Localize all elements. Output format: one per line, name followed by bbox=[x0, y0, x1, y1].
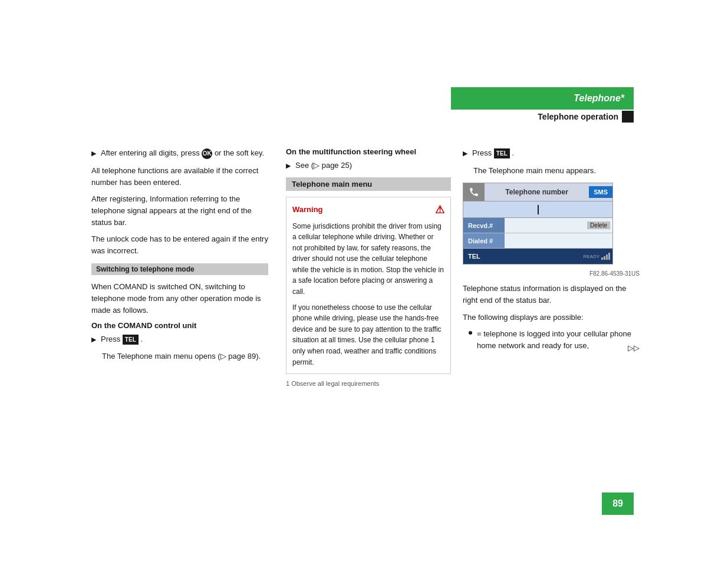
para-unlock-code: The unlock code has to be entered again … bbox=[91, 233, 268, 257]
section-header-switching: Switching to telephone mode bbox=[91, 263, 268, 275]
bullet-list-item-1: = telephone is logged into your cellular… bbox=[469, 328, 640, 354]
bullet-1-content: = telephone is logged into your cellular… bbox=[477, 329, 631, 350]
tel-badge-right: TEL bbox=[494, 148, 510, 159]
phone-row-dialed: Dialed # bbox=[463, 233, 612, 249]
bullet-list: = telephone is logged into your cellular… bbox=[469, 328, 640, 354]
bullet-arrow-mid: ▶ bbox=[286, 161, 291, 171]
press-label-left: Press bbox=[101, 335, 120, 343]
warning-para1: Some jurisdictions prohibit the driver f… bbox=[292, 221, 444, 297]
delete-button: Delete bbox=[587, 222, 610, 229]
page-number: 89 bbox=[602, 492, 634, 515]
signal-bar-4 bbox=[608, 253, 610, 260]
sms-button: SMS bbox=[589, 186, 612, 198]
possible-label: The following displays are possible: bbox=[463, 312, 640, 323]
or-soft-key-text: or the soft key. bbox=[215, 148, 264, 157]
section-text-switching: When COMAND is switched ON, switching to… bbox=[91, 281, 268, 316]
bullet-arrow-2: ▶ bbox=[91, 335, 96, 345]
press-label-right: Press bbox=[472, 148, 492, 157]
signal-bars bbox=[601, 253, 610, 260]
bullet-content-1: After entering all digits, press OK or t… bbox=[101, 147, 264, 159]
ready-label: READY bbox=[583, 254, 599, 259]
warning-label: Warning bbox=[292, 205, 323, 214]
recvd-label: Recvd.# bbox=[463, 218, 505, 233]
phone-status-right: READY bbox=[493, 253, 612, 260]
phone-row-recvd: Recvd.# Delete bbox=[463, 218, 612, 233]
phone-number-label: Telephone number bbox=[485, 186, 589, 199]
left-column: ▶ After entering all digits, press OK or… bbox=[91, 147, 268, 368]
bullet-dot-1 bbox=[469, 331, 472, 335]
right-column: ▶ Press TEL . The Telephone main menu ap… bbox=[463, 147, 640, 358]
tel-label-phone: TEL bbox=[463, 249, 493, 264]
bullet-item-1-text: = telephone is logged into your cellular… bbox=[477, 328, 640, 354]
status-info-text: Telephone status information is displaye… bbox=[463, 283, 640, 306]
signal-bar-3 bbox=[606, 254, 608, 260]
phone-bottom-row: TEL READY bbox=[463, 249, 612, 264]
bullet-see-page: ▶ See (▷ page 25) bbox=[286, 160, 451, 171]
right-press-tel: ▶ Press TEL . bbox=[463, 147, 640, 159]
ok-button-icon: OK bbox=[202, 148, 212, 159]
tel-period-left: . bbox=[140, 335, 143, 343]
tel-badge-left: TEL bbox=[123, 335, 139, 345]
sub-heading-comand: On the COMAND control unit bbox=[91, 321, 268, 330]
see-page-text: See (▷ page 25) bbox=[295, 160, 352, 171]
header-right: Telephone* Telephone operation bbox=[451, 87, 634, 123]
bullet-arrow-right: ▶ bbox=[463, 148, 467, 159]
menu-appears-text: The Telephone main menu appears. bbox=[463, 165, 640, 177]
subtitle-bar: Telephone operation bbox=[451, 111, 634, 123]
page-title: Telephone* bbox=[451, 87, 634, 110]
mid-column: On the multifunction steering wheel ▶ Se… bbox=[286, 147, 451, 387]
after-entering-text: After entering all digits, press bbox=[101, 148, 200, 157]
signal-bar-2 bbox=[604, 256, 605, 260]
phone-ui-mockup: Telephone number SMS Recvd.# Delete Dial… bbox=[463, 183, 613, 265]
text-cursor bbox=[538, 205, 539, 214]
bullet-ok: ▶ After entering all digits, press OK or… bbox=[91, 147, 268, 159]
footnote: 1 Observe all legal requirements bbox=[286, 380, 451, 387]
dialed-label: Dialed # bbox=[463, 233, 505, 248]
warning-title-row: Warning ⚠ bbox=[292, 203, 444, 216]
bullet-arrow-1: ▶ bbox=[91, 148, 96, 159]
para-telephone-functions: All telephone functions are available if… bbox=[91, 165, 268, 189]
phone-handset-icon bbox=[463, 183, 485, 201]
steering-heading: On the multifunction steering wheel bbox=[286, 147, 451, 156]
warning-para2: If you nonetheless choose to use the cel… bbox=[292, 302, 444, 368]
page-subtitle: Telephone operation bbox=[538, 112, 622, 121]
subtitle-block bbox=[622, 111, 634, 123]
fig-caption: F82.86-4539-31US bbox=[463, 270, 640, 277]
para-signal-info: After registering, Information referring… bbox=[91, 193, 268, 229]
phone-cursor-row bbox=[463, 201, 612, 218]
right-press-content: Press TEL . bbox=[472, 147, 514, 159]
menu-opens-text: The Telephone main menu opens (▷ page 89… bbox=[91, 351, 268, 362]
warning-text-block: Some jurisdictions prohibit the driver f… bbox=[292, 221, 444, 368]
phone-ui-top-row: Telephone number SMS bbox=[463, 183, 612, 201]
main-menu-header: Telephone main menu bbox=[286, 177, 451, 191]
warning-box: Warning ⚠ Some jurisdictions prohibit th… bbox=[286, 197, 451, 375]
bullet-press-tel: ▶ Press TEL . bbox=[91, 333, 268, 345]
warning-icon: ⚠ bbox=[435, 203, 444, 216]
tel-period-right: . bbox=[512, 148, 514, 157]
bullet-content-2: Press TEL . bbox=[101, 333, 143, 345]
delete-area: Delete bbox=[505, 222, 612, 229]
signal-bar-1 bbox=[601, 257, 603, 260]
continue-arrow: ▷▷ bbox=[628, 342, 640, 354]
